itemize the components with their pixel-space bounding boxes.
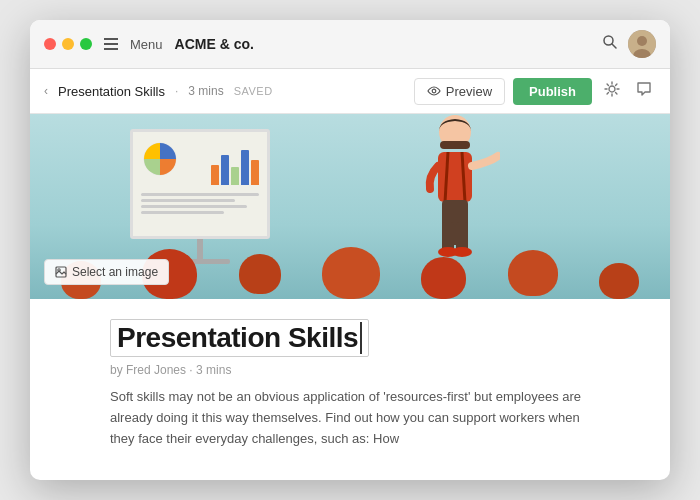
toolbar-actions: Preview Publish [414,77,656,105]
minimize-button[interactable] [62,38,74,50]
toolbar: ‹ Presentation Skills · 3 mins SAVED Pre… [30,69,670,114]
svg-point-3 [637,36,647,46]
article-title-wrap: Presentation Skills [110,319,590,357]
svg-point-6 [609,86,615,92]
whiteboard [130,129,270,264]
article-meta: by Fred Jones · 3 mins [110,363,590,377]
article-body: Soft skills may not be an obvious applic… [110,387,590,449]
comment-icon[interactable] [632,77,656,105]
saved-status: SAVED [234,85,273,97]
publish-button[interactable]: Publish [513,78,592,105]
maximize-button[interactable] [80,38,92,50]
close-button[interactable] [44,38,56,50]
audience-head [239,254,281,294]
preview-button[interactable]: Preview [414,78,505,105]
select-image-label: Select an image [72,265,158,279]
image-icon [55,266,67,278]
svg-line-1 [612,44,616,48]
settings-icon[interactable] [600,77,624,105]
chevron-left-icon: ‹ [44,84,48,98]
svg-point-5 [432,89,436,93]
app-window: Menu ACME & co. ‹ Presentation Skills [30,20,670,480]
title-cursor [360,322,362,354]
toolbar-title: Presentation Skills [58,84,165,99]
article-title: Presentation Skills [117,322,358,354]
avatar[interactable] [628,30,656,58]
hero-image: Select an image [30,114,670,299]
eye-icon [427,86,441,96]
hamburger-icon[interactable] [104,38,118,50]
titlebar-right [602,30,656,58]
mins-label: 3 mins [188,84,223,98]
preview-label: Preview [446,84,492,99]
svg-rect-9 [440,141,470,149]
select-image-button[interactable]: Select an image [44,259,169,285]
audience-head [322,247,380,299]
audience-head [421,257,466,299]
app-name: ACME & co. [175,36,254,52]
titlebar: Menu ACME & co. [30,20,670,69]
svg-rect-10 [438,152,472,202]
audience-head [599,263,639,299]
traffic-lights [44,38,92,50]
menu-label[interactable]: Menu [130,37,163,52]
audience-head [508,250,558,296]
title-input-box[interactable]: Presentation Skills [110,319,369,357]
back-button[interactable]: ‹ [44,84,48,98]
separator: · [175,84,178,98]
pie-chart-icon [141,140,179,178]
search-icon[interactable] [602,34,618,54]
article-content: Presentation Skills by Fred Jones · 3 mi… [30,299,670,480]
